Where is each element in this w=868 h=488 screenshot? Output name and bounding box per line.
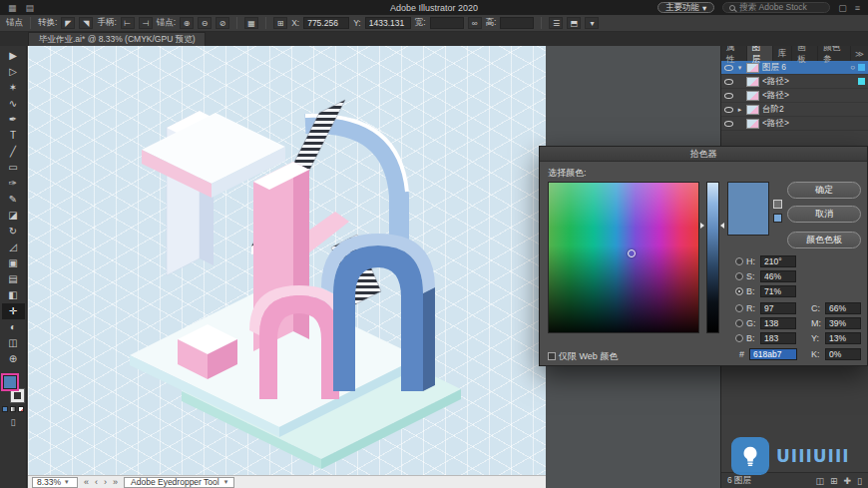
artboard[interactable] xyxy=(28,46,546,475)
color-field-marker[interactable] xyxy=(628,249,636,257)
fill-swatch[interactable] xyxy=(3,375,17,389)
brightness-radio[interactable] xyxy=(735,287,743,295)
y-input[interactable] xyxy=(365,17,411,29)
x-input[interactable] xyxy=(303,17,349,29)
stroke-swatch[interactable] xyxy=(11,389,24,402)
saturation-radio[interactable] xyxy=(735,272,743,280)
width-input[interactable] xyxy=(430,17,464,29)
color-mode-icon[interactable] xyxy=(2,406,8,412)
green-radio[interactable] xyxy=(735,319,743,327)
artboard-tool[interactable]: ◫ xyxy=(2,335,25,351)
tab-artboards[interactable]: 画板 xyxy=(792,46,818,61)
link-dimensions-icon[interactable]: ∞ xyxy=(468,17,482,29)
paintbrush-tool[interactable]: ✑ xyxy=(2,176,25,192)
stock-search-input[interactable]: 搜索 Adobe Stock xyxy=(722,2,830,13)
zoom-tool[interactable]: ⊕ xyxy=(2,351,25,367)
magic-wand-tool[interactable]: ✶ xyxy=(2,80,25,96)
tab-libraries[interactable]: 库 xyxy=(773,46,793,61)
convert-smooth-icon[interactable]: ◥ xyxy=(79,17,93,29)
out-of-web-gamut-icon[interactable] xyxy=(773,200,782,209)
feature-button[interactable]: 主要功能 ▾ xyxy=(657,2,714,13)
saturation-input[interactable] xyxy=(760,270,796,282)
scale-tool[interactable]: ◿ xyxy=(2,240,25,255)
blue-radio[interactable] xyxy=(735,334,743,342)
brightness-slider[interactable] xyxy=(706,182,719,333)
pencil-tool[interactable]: ✎ xyxy=(2,192,25,208)
next-artboard-button[interactable]: › xyxy=(104,477,107,487)
layer-name[interactable]: 图层 6 xyxy=(762,62,786,74)
transform-menu-icon[interactable]: ☰ xyxy=(549,17,563,29)
red-radio[interactable] xyxy=(735,304,743,312)
eraser-tool[interactable]: ◪ xyxy=(2,208,25,224)
tab-properties[interactable]: 属性 xyxy=(721,46,747,61)
eye-icon[interactable] xyxy=(724,65,733,71)
make-mask-icon[interactable]: ◫ xyxy=(815,476,824,486)
height-input[interactable] xyxy=(500,17,534,29)
new-layer-icon[interactable]: ✚ xyxy=(844,476,852,486)
layer-name[interactable]: <路径> xyxy=(762,76,789,88)
hue-input[interactable] xyxy=(760,255,796,267)
workspace-switcher-icon[interactable]: ≡ xyxy=(855,3,860,13)
ok-button[interactable]: 确定 xyxy=(787,182,861,199)
eye-icon[interactable] xyxy=(724,79,733,85)
gamut-snap-swatch[interactable] xyxy=(773,214,782,223)
reference-point-icon[interactable]: ⊞ xyxy=(273,17,287,29)
new-sublayer-icon[interactable]: ⊞ xyxy=(830,476,838,486)
line-tool[interactable]: ╱ xyxy=(2,144,25,160)
expand-arrow-icon[interactable]: ▾ xyxy=(736,64,743,72)
remove-anchor-icon[interactable]: ⊖ xyxy=(198,17,212,29)
prev-artboard-button[interactable]: ‹ xyxy=(95,477,98,487)
gradient-mode-icon[interactable] xyxy=(10,406,16,412)
mesh-tool[interactable]: ▤ xyxy=(2,271,25,287)
zoom-dropdown[interactable]: 8.33% ▾ xyxy=(32,477,78,488)
hide-handles-icon[interactable]: ⊣ xyxy=(139,17,153,29)
shape-options-icon[interactable]: ⬒ xyxy=(567,17,581,29)
color-swatches-button[interactable]: 颜色色板 xyxy=(787,232,861,248)
cancel-button[interactable]: 取消 xyxy=(787,206,861,223)
tab-color-guide[interactable]: 颜色参 xyxy=(818,46,851,61)
web-colors-checkbox[interactable] xyxy=(548,352,556,360)
slider-arrow-right-icon[interactable] xyxy=(720,223,724,229)
layer-row-0[interactable]: ▾ 图层 6 ○ xyxy=(721,61,868,75)
options-caret-icon[interactable]: ▾ xyxy=(585,17,599,29)
layer-row-1[interactable]: <路径> xyxy=(721,75,868,89)
isolate-anchor-icon[interactable]: ⊘ xyxy=(216,17,229,29)
eye-icon[interactable] xyxy=(724,121,733,127)
layer-name[interactable]: <路径> xyxy=(762,90,789,102)
free-transform-tool[interactable]: ▣ xyxy=(2,255,25,271)
rotate-tool[interactable]: ↻ xyxy=(2,224,25,240)
magenta-input[interactable] xyxy=(825,317,861,329)
lasso-tool[interactable]: ∿ xyxy=(2,96,25,112)
status-tool-dropdown[interactable]: Adobe Eyedropper Tool ▾ xyxy=(124,477,234,488)
layer-row-2[interactable]: <路径> xyxy=(721,89,868,103)
green-input[interactable] xyxy=(760,317,796,329)
eye-icon[interactable] xyxy=(724,93,733,99)
expand-arrow-icon[interactable]: ▸ xyxy=(736,106,743,114)
rectangle-tool[interactable]: ▭ xyxy=(2,160,25,176)
document-tab[interactable]: 毕业作业.ai* @ 8.33% (CMYK/GPU 预览) xyxy=(28,32,206,46)
blend-tool[interactable]: ◐ xyxy=(2,319,25,335)
dialog-title-bar[interactable]: 拾色器 xyxy=(540,147,867,162)
cyan-input[interactable] xyxy=(825,302,861,314)
layer-name[interactable]: 台阶2 xyxy=(762,104,784,116)
hue-radio[interactable] xyxy=(735,257,743,265)
screen-mode-icon[interactable]: ▯ xyxy=(11,417,16,427)
last-artboard-button[interactable]: » xyxy=(113,477,118,487)
black-input[interactable] xyxy=(825,348,861,360)
color-field[interactable] xyxy=(548,182,699,333)
tab-layers[interactable]: 图层 xyxy=(747,46,773,61)
convert-corner-icon[interactable]: ◤ xyxy=(61,17,75,29)
gradient-tool[interactable]: ◧ xyxy=(2,287,25,303)
type-tool[interactable]: T xyxy=(2,128,25,144)
none-mode-icon[interactable] xyxy=(18,406,24,412)
first-artboard-button[interactable]: « xyxy=(84,477,89,487)
home-icon[interactable]: ▤ xyxy=(26,3,35,13)
target-icon[interactable]: ○ xyxy=(850,63,855,72)
layer-row-3[interactable]: ▸ 台阶2 xyxy=(721,103,868,117)
app-grid-icon[interactable]: ▦ xyxy=(8,3,17,13)
blue-input[interactable] xyxy=(760,332,796,344)
panel-menu-icon[interactable]: ≫ xyxy=(851,46,868,61)
selection-tool[interactable]: ▶ xyxy=(2,48,25,64)
layer-row-4[interactable]: <路径> xyxy=(721,117,868,131)
brightness-input[interactable] xyxy=(760,285,796,297)
